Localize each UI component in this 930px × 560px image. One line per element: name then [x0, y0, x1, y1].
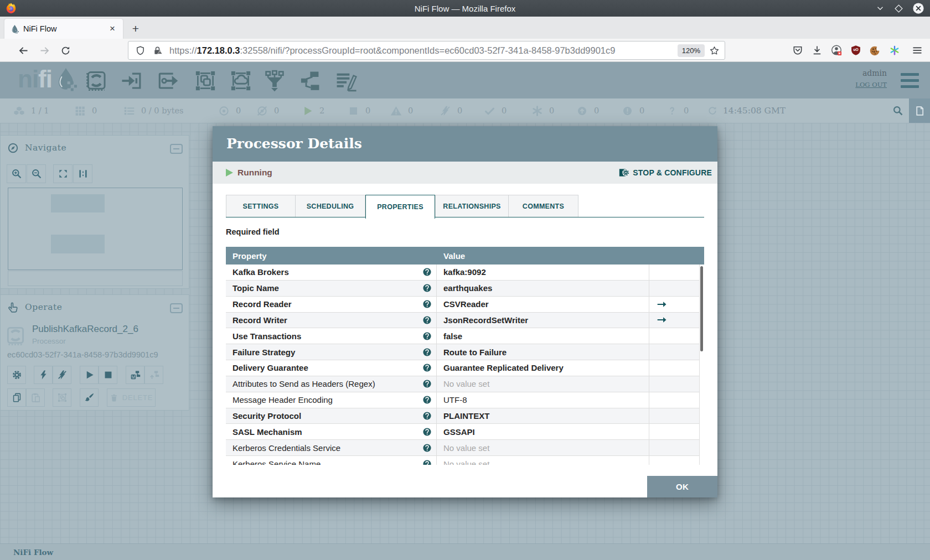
- zoom-level-badge[interactable]: 120%: [678, 44, 705, 57]
- tab-settings[interactable]: SETTINGS: [226, 195, 296, 217]
- search-icon[interactable]: [892, 105, 903, 116]
- zoom-fit-button[interactable]: [53, 164, 73, 183]
- url-text[interactable]: https://172.18.0.3:32558/nifi/?processGr…: [169, 45, 678, 56]
- lock-warning-icon[interactable]: [152, 45, 163, 56]
- configure-button[interactable]: [7, 366, 26, 384]
- property-row[interactable]: Kafka Brokers kafka:9092: [226, 265, 704, 281]
- help-icon[interactable]: [422, 411, 432, 421]
- paste-button[interactable]: [26, 388, 45, 407]
- copy-button[interactable]: [7, 388, 26, 407]
- menu-icon[interactable]: [907, 41, 927, 60]
- property-value-cell[interactable]: Route to Failure: [437, 344, 649, 360]
- zoom-actual-button[interactable]: [73, 164, 92, 183]
- remote-process-group-tool[interactable]: [229, 69, 252, 92]
- breadcrumb[interactable]: NiFi Flow: [13, 548, 53, 557]
- processor-tool[interactable]: [85, 69, 108, 92]
- process-group-tool[interactable]: [194, 69, 217, 92]
- birdseye-map[interactable]: [8, 188, 183, 270]
- property-value-cell[interactable]: No value set: [437, 376, 649, 392]
- collapse-navigate-icon[interactable]: [170, 144, 183, 154]
- help-icon[interactable]: [422, 427, 432, 437]
- property-value-cell[interactable]: earthquakes: [437, 281, 649, 296]
- tab-relationships[interactable]: RELATIONSHIPS: [435, 195, 509, 217]
- help-icon[interactable]: [422, 443, 432, 453]
- maximize-icon[interactable]: [894, 4, 903, 13]
- stop-and-configure-button[interactable]: STOP & CONFIGURE: [619, 167, 712, 178]
- property-row[interactable]: Kerberos Credentials Service No value se…: [226, 440, 704, 456]
- tracking-shield-icon[interactable]: [135, 45, 146, 56]
- help-icon[interactable]: [422, 331, 432, 341]
- refresh-status[interactable]: 14:45:08 GMT: [707, 98, 786, 123]
- tab-properties[interactable]: PROPERTIES: [365, 195, 435, 219]
- close-window-icon[interactable]: [912, 2, 924, 14]
- save-flow-version-button[interactable]: [126, 366, 144, 384]
- bulletin-panel-toggle[interactable]: [909, 98, 930, 123]
- output-port-tool[interactable]: [156, 69, 179, 92]
- input-port-tool[interactable]: [120, 69, 143, 92]
- help-icon[interactable]: [422, 459, 432, 465]
- property-value-cell[interactable]: No value set: [437, 456, 649, 465]
- logout-link[interactable]: LOG OUT: [855, 81, 887, 89]
- close-tab-icon[interactable]: ×: [106, 23, 118, 35]
- start-button[interactable]: [80, 366, 99, 384]
- help-icon[interactable]: [422, 299, 432, 309]
- bookmark-star-icon[interactable]: [709, 45, 720, 56]
- property-value-cell[interactable]: CSVReader: [437, 297, 649, 312]
- tab-scheduling[interactable]: SCHEDULING: [296, 195, 365, 217]
- go-to-service-icon[interactable]: [657, 316, 668, 324]
- help-icon[interactable]: [422, 267, 432, 277]
- change-color-button[interactable]: [80, 388, 99, 407]
- property-value-cell[interactable]: PLAINTEXT: [437, 408, 649, 424]
- zoom-in-button[interactable]: [7, 164, 26, 183]
- property-row[interactable]: Security Protocol PLAINTEXT: [226, 408, 704, 424]
- label-tool[interactable]: [334, 69, 358, 92]
- url-bar[interactable]: https://172.18.0.3:32558/nifi/?processGr…: [128, 41, 725, 60]
- cookie-extension-icon[interactable]: [865, 41, 885, 60]
- property-row[interactable]: Record Reader CSVReader: [226, 297, 704, 313]
- pocket-icon[interactable]: [788, 41, 807, 60]
- property-row[interactable]: Use Transactions false: [226, 328, 704, 344]
- revert-flow-version-button[interactable]: [144, 366, 163, 384]
- tab-comments[interactable]: COMMENTS: [509, 195, 578, 217]
- ublock-extension-icon[interactable]: [846, 41, 865, 60]
- group-button[interactable]: [53, 388, 71, 407]
- funnel-tool[interactable]: [263, 69, 286, 92]
- table-scrollbar[interactable]: [700, 265, 704, 465]
- refresh-icon[interactable]: [707, 106, 717, 116]
- help-icon[interactable]: [422, 348, 432, 357]
- property-value-cell[interactable]: GSSAPI: [437, 424, 649, 439]
- property-row[interactable]: Kerberos Service Name No value set: [226, 456, 704, 465]
- help-icon[interactable]: [422, 315, 432, 325]
- help-icon[interactable]: [422, 363, 432, 372]
- zoom-out-button[interactable]: [27, 164, 46, 183]
- reload-button[interactable]: [56, 41, 75, 60]
- property-value-cell[interactable]: No value set: [437, 440, 649, 455]
- property-row[interactable]: Message Header Encoding UTF-8: [226, 392, 704, 408]
- disable-button[interactable]: [53, 366, 71, 384]
- enable-button[interactable]: [34, 366, 53, 384]
- extension-icon[interactable]: [885, 41, 904, 60]
- property-row[interactable]: Failure Strategy Route to Failure: [226, 344, 704, 360]
- property-value-cell[interactable]: UTF-8: [437, 392, 649, 408]
- downloads-icon[interactable]: [807, 41, 826, 60]
- help-icon[interactable]: [422, 283, 432, 293]
- minimize-icon[interactable]: [875, 3, 885, 13]
- back-button[interactable]: [14, 41, 33, 60]
- property-value-cell[interactable]: Guarantee Replicated Delivery: [437, 360, 649, 376]
- property-value-cell[interactable]: false: [437, 328, 649, 344]
- stop-button[interactable]: [99, 366, 117, 384]
- property-row[interactable]: Delivery Guarantee Guarantee Replicated …: [226, 360, 704, 376]
- ok-button[interactable]: OK: [647, 476, 717, 497]
- forward-button[interactable]: [35, 41, 54, 60]
- property-row[interactable]: SASL Mechanism GSSAPI: [226, 424, 704, 440]
- go-to-service-icon[interactable]: [657, 300, 668, 308]
- template-tool[interactable]: [298, 69, 322, 92]
- help-icon[interactable]: [422, 379, 432, 388]
- help-icon[interactable]: [422, 395, 432, 405]
- global-menu-icon[interactable]: [901, 73, 919, 91]
- property-row[interactable]: Attributes to Send as Headers (Regex) No…: [226, 376, 704, 392]
- new-tab-button[interactable]: +: [128, 22, 143, 36]
- delete-button[interactable]: DELETE: [107, 388, 156, 407]
- property-row[interactable]: Topic Name earthquakes: [226, 281, 704, 297]
- scrollbar-thumb[interactable]: [700, 266, 703, 351]
